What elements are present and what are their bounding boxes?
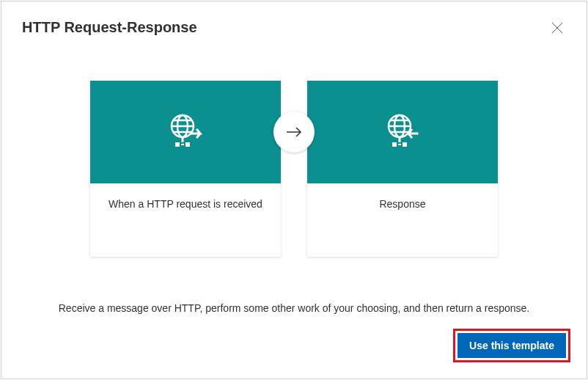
- http-response-icon: [382, 112, 423, 153]
- svg-rect-9: [185, 142, 190, 147]
- modal-header: HTTP Request-Response: [22, 19, 566, 37]
- trigger-card[interactable]: When a HTTP request is received: [90, 81, 281, 257]
- svg-rect-19: [403, 142, 407, 147]
- http-request-icon: [165, 112, 206, 153]
- trigger-card-icon-area: [90, 81, 281, 183]
- close-button[interactable]: [548, 19, 566, 37]
- svg-rect-8: [175, 142, 180, 147]
- template-description: Receive a message over HTTP, perform som…: [22, 302, 566, 314]
- arrow-right-icon: [286, 127, 302, 137]
- svg-rect-18: [392, 142, 397, 147]
- modal-title: HTTP Request-Response: [22, 19, 197, 36]
- use-template-button[interactable]: Use this template: [457, 333, 566, 358]
- svg-rect-10: [181, 144, 184, 145]
- template-modal: HTTP Request-Response: [1, 1, 587, 379]
- svg-rect-20: [398, 144, 401, 145]
- flow-diagram: When a HTTP request is received: [22, 81, 566, 257]
- action-card-icon-area: [307, 81, 498, 183]
- modal-footer: Use this template: [453, 329, 570, 362]
- action-card[interactable]: Response: [307, 81, 498, 257]
- trigger-card-label: When a HTTP request is received: [90, 183, 281, 257]
- close-icon: [551, 22, 563, 34]
- action-card-label: Response: [307, 183, 498, 257]
- tutorial-highlight: Use this template: [453, 329, 570, 362]
- flow-arrow-circle: [273, 112, 315, 153]
